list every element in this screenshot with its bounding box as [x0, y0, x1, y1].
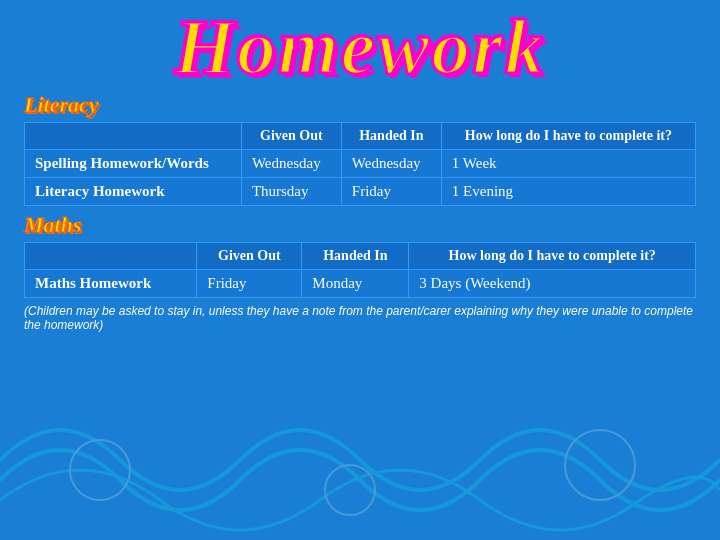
literacy-row1-given-out: Wednesday [241, 150, 341, 178]
table-row: Maths Homework Friday Monday 3 Days (Wee… [25, 270, 696, 298]
maths-row1-duration: 3 Days (Weekend) [409, 270, 696, 298]
maths-section-title: Maths [24, 212, 696, 238]
maths-section: Maths Given Out Handed In How long do I … [24, 212, 696, 298]
decorative-swirls [0, 380, 720, 540]
literacy-row1-handed-in: Wednesday [341, 150, 441, 178]
literacy-col-subject [25, 123, 242, 150]
content-area: Literacy Given Out Handed In How long do… [0, 92, 720, 332]
table-row: Spelling Homework/Words Wednesday Wednes… [25, 150, 696, 178]
maths-row1-given-out: Friday [197, 270, 302, 298]
footer-note: (Children may be asked to stay in, unles… [24, 304, 696, 332]
svg-point-0 [70, 440, 130, 500]
literacy-row2-subject: Literacy Homework [25, 178, 242, 206]
literacy-row2-given-out: Thursday [241, 178, 341, 206]
maths-row1-handed-in: Monday [302, 270, 409, 298]
svg-point-1 [325, 465, 375, 515]
maths-row1-subject: Maths Homework [25, 270, 197, 298]
maths-col-duration: How long do I have to complete it? [409, 243, 696, 270]
literacy-section-title: Literacy [24, 92, 696, 118]
maths-table: Given Out Handed In How long do I have t… [24, 242, 696, 298]
table-row: Literacy Homework Thursday Friday 1 Even… [25, 178, 696, 206]
maths-col-handed-in: Handed In [302, 243, 409, 270]
svg-point-2 [565, 430, 635, 500]
literacy-row1-subject: Spelling Homework/Words [25, 150, 242, 178]
literacy-section: Literacy Given Out Handed In How long do… [24, 92, 696, 206]
literacy-row2-duration: 1 Evening [441, 178, 695, 206]
literacy-row2-handed-in: Friday [341, 178, 441, 206]
literacy-col-handed-in: Handed In [341, 123, 441, 150]
maths-col-subject [25, 243, 197, 270]
title-area: Homework [0, 0, 720, 90]
page-title: Homework [174, 3, 545, 90]
maths-col-given-out: Given Out [197, 243, 302, 270]
literacy-col-given-out: Given Out [241, 123, 341, 150]
literacy-col-duration: How long do I have to complete it? [441, 123, 695, 150]
literacy-row1-duration: 1 Week [441, 150, 695, 178]
literacy-table: Given Out Handed In How long do I have t… [24, 122, 696, 206]
